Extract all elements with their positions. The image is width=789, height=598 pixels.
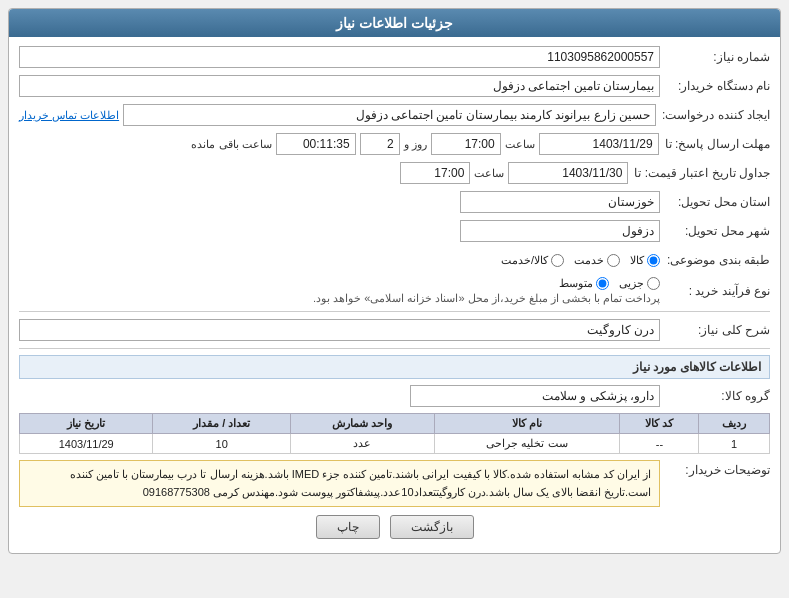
radio-khedmat-label: خدمت bbox=[574, 254, 604, 267]
radio-motevaset-label: متوسط bbox=[559, 277, 593, 290]
th-kod-kala: کد کالا bbox=[620, 414, 699, 434]
table-row: 1--ست تخلیه جراحیعدد101403/11/29 bbox=[20, 434, 770, 454]
cell-tozih: از ایران کد مشابه استفاده شده.کالا با کی… bbox=[19, 460, 660, 507]
td-kodKala: -- bbox=[620, 434, 699, 454]
input-shahr[interactable] bbox=[460, 220, 660, 242]
input-mohlat-rooz[interactable] bbox=[360, 133, 400, 155]
radio-motevaset[interactable]: متوسط bbox=[559, 277, 609, 290]
main-box: جزئیات اطلاعات نیاز شماره نیاز: نام دستگ… bbox=[8, 8, 781, 554]
radio-kala-khedmat-input[interactable] bbox=[551, 254, 564, 267]
page-container: جزئیات اطلاعات نیاز شماره نیاز: نام دستگ… bbox=[0, 0, 789, 598]
th-tarikh: تاریخ نیاز bbox=[20, 414, 153, 434]
print-button[interactable]: چاپ bbox=[316, 515, 380, 539]
input-group-kala[interactable] bbox=[410, 385, 660, 407]
divider-1 bbox=[19, 311, 770, 312]
cell-noe-farand: جزیی متوسط پرداخت تمام با بخشی از مبلغ خ… bbox=[19, 277, 660, 305]
td-tarikh: 1403/11/29 bbox=[20, 434, 153, 454]
cell-tabaghe: کالا خدمت کالا/خدمت bbox=[19, 254, 660, 267]
th-nam-kala: نام کالا bbox=[434, 414, 620, 434]
kala-table: ردیف کد کالا نام کالا واحد شمارش تعداد /… bbox=[19, 413, 770, 454]
cell-shahr bbox=[19, 220, 660, 242]
radio-kala-label: کالا bbox=[630, 254, 644, 267]
cell-mohlat: ساعت روز و ساعت باقی مانده bbox=[19, 133, 659, 155]
row-tabaghe: طبقه بندی موضوعی: کالا خدمت کالا/خدمت bbox=[19, 248, 770, 272]
input-mohlat-date[interactable] bbox=[539, 133, 659, 155]
row-noe-farand: نوع فرآیند خرید : جزیی متوسط پرداخت تمام… bbox=[19, 277, 770, 305]
section-title-kala: اطلاعات کالاهای مورد نیاز bbox=[19, 355, 770, 379]
radio-motevaset-input[interactable] bbox=[596, 277, 609, 290]
button-row: بازگشت چاپ bbox=[19, 515, 770, 545]
row-jadval: جداول تاریخ اعتبار قیمت: تا ساعت bbox=[19, 161, 770, 185]
input-name-khardar[interactable] bbox=[19, 75, 660, 97]
row-name-khardar: نام دستگاه خریدار: bbox=[19, 74, 770, 98]
label-saaat: ساعت bbox=[505, 138, 535, 151]
table-header-row: ردیف کد کالا نام کالا واحد شمارش تعداد /… bbox=[20, 414, 770, 434]
cell-name-khardar bbox=[19, 75, 660, 97]
row-sharh: شرح کلی نیاز: bbox=[19, 318, 770, 342]
kala-table-container: ردیف کد کالا نام کالا واحد شمارش تعداد /… bbox=[19, 413, 770, 454]
td-radif: 1 bbox=[699, 434, 770, 454]
cell-ijad-konande: اطلاعات تماس خریدار bbox=[19, 104, 656, 126]
input-mohlat-remain[interactable] bbox=[276, 133, 356, 155]
divider-2 bbox=[19, 348, 770, 349]
input-sharh[interactable] bbox=[19, 319, 660, 341]
row-shomare-niaz: شماره نیاز: bbox=[19, 45, 770, 69]
input-mohlat-time[interactable] bbox=[431, 133, 501, 155]
label-jadval: جداول تاریخ اعتبار قیمت: تا bbox=[628, 166, 770, 180]
row-group-kala: گروه کالا: bbox=[19, 384, 770, 408]
row-tozih: توضیحات خریدار: از ایران کد مشابه استفاد… bbox=[19, 460, 770, 507]
radio-jozii-label: جزیی bbox=[619, 277, 644, 290]
label-group-kala: گروه کالا: bbox=[660, 389, 770, 403]
label-rooz: روز و bbox=[404, 138, 427, 151]
label-tozih: توضیحات خریدار: bbox=[660, 460, 770, 477]
cell-sharh bbox=[19, 319, 660, 341]
th-vahed: واحد شمارش bbox=[291, 414, 434, 434]
label-remain-suffix: ساعت باقی مانده bbox=[191, 138, 271, 151]
label-sharh: شرح کلی نیاز: bbox=[660, 323, 770, 337]
input-jadval-date[interactable] bbox=[508, 162, 628, 184]
label-shahr: شهر محل تحویل: bbox=[660, 224, 770, 238]
th-tedad: تعداد / مقدار bbox=[153, 414, 291, 434]
th-radif: ردیف bbox=[699, 414, 770, 434]
cell-shomare-niaz bbox=[19, 46, 660, 68]
cell-ostan bbox=[19, 191, 660, 213]
return-button[interactable]: بازگشت bbox=[390, 515, 474, 539]
label-tabaghe: طبقه بندی موضوعی: bbox=[660, 253, 770, 267]
cell-jadval: ساعت bbox=[19, 162, 628, 184]
row-ostan: استان محل تحویل: bbox=[19, 190, 770, 214]
noe-farand-radios: جزیی متوسط bbox=[19, 277, 660, 290]
header-title: جزئیات اطلاعات نیاز bbox=[336, 15, 453, 31]
cell-group-kala bbox=[19, 385, 660, 407]
label-ostan: استان محل تحویل: bbox=[660, 195, 770, 209]
label-name-khardar: نام دستگاه خریدار: bbox=[660, 79, 770, 93]
label-shomare-niaz: شماره نیاز: bbox=[660, 50, 770, 64]
radio-kala-input[interactable] bbox=[647, 254, 660, 267]
td-tedad: 10 bbox=[153, 434, 291, 454]
radio-khedmat-input[interactable] bbox=[607, 254, 620, 267]
radio-kala[interactable]: کالا bbox=[630, 254, 660, 267]
kala-table-body: 1--ست تخلیه جراحیعدد101403/11/29 bbox=[20, 434, 770, 454]
td-namKala: ست تخلیه جراحی bbox=[434, 434, 620, 454]
label-noe-farand: نوع فرآیند خرید : bbox=[660, 284, 770, 298]
input-shomare-niaz[interactable] bbox=[19, 46, 660, 68]
label-ijad-konande: ایجاد کننده درخواست: bbox=[656, 108, 770, 122]
label-saaat2: ساعت bbox=[474, 167, 504, 180]
radio-jozii[interactable]: جزیی bbox=[619, 277, 660, 290]
row-ijad-konande: ایجاد کننده درخواست: اطلاعات تماس خریدار bbox=[19, 103, 770, 127]
page-header: جزئیات اطلاعات نیاز bbox=[9, 9, 780, 37]
row-mohlat: مهلت ارسال پاسخ: تا ساعت روز و ساعت باقی… bbox=[19, 132, 770, 156]
noe-farand-note: پرداخت تمام با بخشی از مبلغ خرید،از محل … bbox=[19, 292, 660, 305]
radio-kala-khedmat[interactable]: کالا/خدمت bbox=[501, 254, 564, 267]
form-area: شماره نیاز: نام دستگاه خریدار: ایجاد کنن… bbox=[9, 37, 780, 553]
radio-khedmat[interactable]: خدمت bbox=[574, 254, 620, 267]
row-shahr: شهر محل تحویل: bbox=[19, 219, 770, 243]
input-ijad-konande[interactable] bbox=[123, 104, 656, 126]
td-vahed: عدد bbox=[291, 434, 434, 454]
link-tamas-khardar[interactable]: اطلاعات تماس خریدار bbox=[19, 109, 119, 122]
label-mohlat: مهلت ارسال پاسخ: تا bbox=[659, 137, 770, 151]
radio-jozii-input[interactable] bbox=[647, 277, 660, 290]
input-ostan[interactable] bbox=[460, 191, 660, 213]
input-jadval-time[interactable] bbox=[400, 162, 470, 184]
radio-kala-khedmat-label: کالا/خدمت bbox=[501, 254, 548, 267]
tozih-box: از ایران کد مشابه استفاده شده.کالا با کی… bbox=[19, 460, 660, 507]
